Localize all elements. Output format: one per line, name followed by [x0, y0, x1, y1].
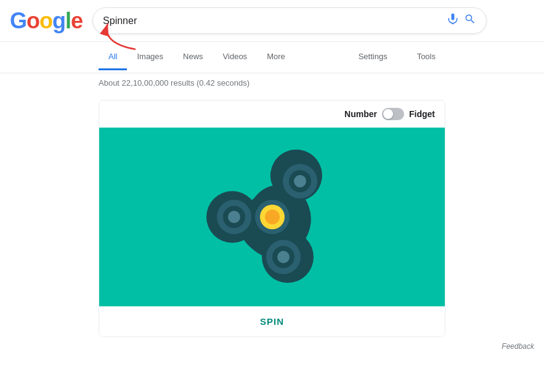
logo-g2: g	[52, 8, 65, 33]
spin-btn-container: SPIN	[99, 306, 445, 337]
tab-settings[interactable]: Settings	[349, 44, 397, 70]
spin-button[interactable]: SPIN	[260, 316, 284, 327]
svg-point-15	[265, 210, 280, 224]
tab-tools[interactable]: Tools	[407, 44, 445, 70]
search-input[interactable]	[103, 15, 447, 27]
logo-e: e	[71, 8, 83, 33]
logo-o1: o	[26, 8, 39, 33]
spinner-canvas[interactable]	[99, 128, 445, 306]
search-button[interactable]	[464, 13, 476, 28]
search-icons	[447, 13, 476, 28]
results-count: About 22,10,00,000 results (0.42 seconds…	[0, 73, 544, 92]
mic-icon[interactable]	[447, 13, 459, 28]
tab-all[interactable]: All	[99, 44, 127, 70]
tab-videos[interactable]: Videos	[213, 44, 258, 70]
google-logo[interactable]: Google	[10, 8, 83, 34]
logo-l: l	[65, 8, 71, 33]
fidget-spinner-svg	[198, 143, 346, 291]
nav-right: Settings Tools	[349, 44, 445, 70]
svg-point-9	[228, 211, 240, 223]
nav-tabs: All Images News Videos More Settings Too…	[0, 42, 544, 73]
tab-images[interactable]: Images	[127, 44, 173, 70]
mode-toggle[interactable]	[382, 108, 404, 120]
number-label: Number	[344, 109, 377, 119]
logo-g: G	[10, 8, 26, 33]
header: Google	[0, 0, 544, 42]
tab-more[interactable]: More	[257, 44, 295, 70]
svg-point-12	[277, 251, 290, 263]
search-bar	[92, 7, 487, 34]
toggle-knob	[383, 109, 393, 119]
tab-news[interactable]: News	[173, 44, 213, 70]
spinner-widget: Number Fidget	[99, 100, 445, 337]
fidget-label: Fidget	[409, 109, 435, 119]
widget-top: Number Fidget	[99, 100, 445, 128]
feedback-link[interactable]: Feedback	[0, 337, 544, 356]
logo-o2: o	[39, 8, 52, 33]
